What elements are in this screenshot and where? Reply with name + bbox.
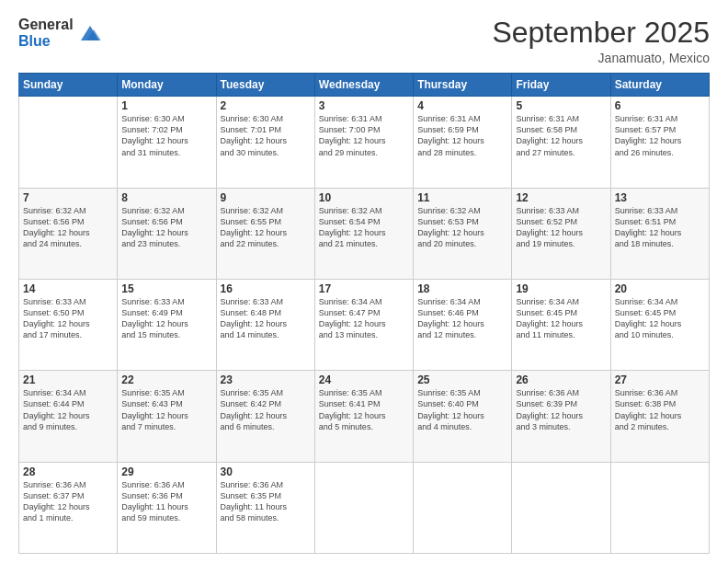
day-number: 17	[319, 282, 409, 295]
day-number: 3	[319, 99, 409, 112]
day-number: 27	[615, 373, 705, 386]
header: General Blue September 2025 Janamuato, M…	[18, 17, 710, 65]
calendar-cell: 3Sunrise: 6:31 AM Sunset: 7:00 PM Daylig…	[314, 97, 413, 188]
day-info: Sunrise: 6:33 AM Sunset: 6:50 PM Dayligh…	[23, 296, 113, 341]
calendar-cell: 18Sunrise: 6:34 AM Sunset: 6:46 PM Dayli…	[414, 279, 512, 370]
day-number: 5	[516, 99, 606, 112]
day-info: Sunrise: 6:31 AM Sunset: 6:57 PM Dayligh…	[615, 113, 705, 158]
calendar-cell: 21Sunrise: 6:34 AM Sunset: 6:44 PM Dayli…	[19, 371, 118, 462]
calendar-cell: 8Sunrise: 6:32 AM Sunset: 6:56 PM Daylig…	[118, 188, 216, 279]
calendar-week-4: 21Sunrise: 6:34 AM Sunset: 6:44 PM Dayli…	[19, 371, 710, 462]
calendar-week-2: 7Sunrise: 6:32 AM Sunset: 6:56 PM Daylig…	[19, 188, 710, 279]
day-number: 18	[417, 282, 507, 295]
day-info: Sunrise: 6:31 AM Sunset: 6:58 PM Dayligh…	[516, 113, 606, 158]
calendar-cell: 5Sunrise: 6:31 AM Sunset: 6:58 PM Daylig…	[512, 97, 610, 188]
calendar-cell: 7Sunrise: 6:32 AM Sunset: 6:56 PM Daylig…	[19, 188, 118, 279]
day-number: 9	[221, 191, 311, 204]
day-info: Sunrise: 6:36 AM Sunset: 6:38 PM Dayligh…	[615, 387, 705, 432]
day-info: Sunrise: 6:34 AM Sunset: 6:46 PM Dayligh…	[417, 296, 507, 341]
calendar-cell	[414, 462, 512, 553]
day-number: 21	[23, 373, 113, 386]
day-header-sunday: Sunday	[19, 74, 118, 97]
calendar-cell: 19Sunrise: 6:34 AM Sunset: 6:45 PM Dayli…	[512, 279, 610, 370]
calendar-cell	[512, 462, 610, 553]
day-info: Sunrise: 6:32 AM Sunset: 6:56 PM Dayligh…	[121, 205, 211, 250]
calendar-cell: 30Sunrise: 6:36 AM Sunset: 6:35 PM Dayli…	[216, 462, 314, 553]
day-info: Sunrise: 6:33 AM Sunset: 6:52 PM Dayligh…	[516, 205, 606, 250]
day-number: 8	[121, 191, 211, 204]
day-header-thursday: Thursday	[414, 74, 512, 97]
calendar-cell: 6Sunrise: 6:31 AM Sunset: 6:57 PM Daylig…	[610, 97, 709, 188]
calendar-cell: 17Sunrise: 6:34 AM Sunset: 6:47 PM Dayli…	[314, 279, 413, 370]
calendar-cell: 29Sunrise: 6:36 AM Sunset: 6:36 PM Dayli…	[118, 462, 216, 553]
day-number: 16	[221, 282, 311, 295]
calendar-cell: 24Sunrise: 6:35 AM Sunset: 6:41 PM Dayli…	[314, 371, 413, 462]
calendar-header-row: SundayMondayTuesdayWednesdayThursdayFrid…	[19, 74, 710, 97]
day-header-saturday: Saturday	[610, 74, 709, 97]
day-number: 28	[23, 465, 113, 478]
day-info: Sunrise: 6:32 AM Sunset: 6:56 PM Dayligh…	[23, 205, 113, 250]
day-info: Sunrise: 6:35 AM Sunset: 6:41 PM Dayligh…	[319, 387, 409, 432]
day-number: 26	[516, 373, 606, 386]
calendar-cell	[19, 97, 118, 188]
day-number: 11	[417, 191, 507, 204]
calendar-cell: 10Sunrise: 6:32 AM Sunset: 6:54 PM Dayli…	[314, 188, 413, 279]
day-info: Sunrise: 6:36 AM Sunset: 6:39 PM Dayligh…	[516, 387, 606, 432]
calendar-cell: 4Sunrise: 6:31 AM Sunset: 6:59 PM Daylig…	[414, 97, 512, 188]
calendar-cell: 11Sunrise: 6:32 AM Sunset: 6:53 PM Dayli…	[414, 188, 512, 279]
calendar-cell: 25Sunrise: 6:35 AM Sunset: 6:40 PM Dayli…	[414, 371, 512, 462]
day-header-friday: Friday	[512, 74, 610, 97]
calendar-cell: 14Sunrise: 6:33 AM Sunset: 6:50 PM Dayli…	[19, 279, 118, 370]
day-info: Sunrise: 6:34 AM Sunset: 6:45 PM Dayligh…	[516, 296, 606, 341]
day-header-monday: Monday	[118, 74, 216, 97]
day-info: Sunrise: 6:36 AM Sunset: 6:37 PM Dayligh…	[23, 479, 113, 524]
calendar-week-5: 28Sunrise: 6:36 AM Sunset: 6:37 PM Dayli…	[19, 462, 710, 553]
day-info: Sunrise: 6:35 AM Sunset: 6:40 PM Dayligh…	[417, 387, 507, 432]
day-info: Sunrise: 6:32 AM Sunset: 6:55 PM Dayligh…	[221, 205, 311, 250]
calendar-week-3: 14Sunrise: 6:33 AM Sunset: 6:50 PM Dayli…	[19, 279, 710, 370]
day-info: Sunrise: 6:33 AM Sunset: 6:48 PM Dayligh…	[221, 296, 311, 341]
calendar-cell: 13Sunrise: 6:33 AM Sunset: 6:51 PM Dayli…	[610, 188, 709, 279]
calendar-cell: 22Sunrise: 6:35 AM Sunset: 6:43 PM Dayli…	[118, 371, 216, 462]
day-number: 14	[23, 282, 113, 295]
calendar-cell: 1Sunrise: 6:30 AM Sunset: 7:02 PM Daylig…	[118, 97, 216, 188]
day-info: Sunrise: 6:36 AM Sunset: 6:36 PM Dayligh…	[121, 479, 211, 524]
calendar-cell	[314, 462, 413, 553]
day-number: 1	[121, 99, 211, 112]
title-section: September 2025 Janamuato, Mexico	[492, 17, 710, 65]
day-number: 4	[417, 99, 507, 112]
day-number: 19	[516, 282, 606, 295]
day-info: Sunrise: 6:34 AM Sunset: 6:47 PM Dayligh…	[319, 296, 409, 341]
calendar-cell: 15Sunrise: 6:33 AM Sunset: 6:49 PM Dayli…	[118, 279, 216, 370]
day-header-wednesday: Wednesday	[314, 74, 413, 97]
day-number: 20	[615, 282, 705, 295]
calendar-cell: 12Sunrise: 6:33 AM Sunset: 6:52 PM Dayli…	[512, 188, 610, 279]
day-info: Sunrise: 6:32 AM Sunset: 6:53 PM Dayligh…	[417, 205, 507, 250]
day-info: Sunrise: 6:30 AM Sunset: 7:02 PM Dayligh…	[121, 113, 211, 158]
calendar-cell: 23Sunrise: 6:35 AM Sunset: 6:42 PM Dayli…	[216, 371, 314, 462]
logo-blue: Blue	[18, 33, 74, 50]
day-info: Sunrise: 6:34 AM Sunset: 6:44 PM Dayligh…	[23, 387, 113, 432]
calendar-cell: 20Sunrise: 6:34 AM Sunset: 6:45 PM Dayli…	[610, 279, 709, 370]
month-title: September 2025	[492, 17, 710, 49]
day-number: 12	[516, 191, 606, 204]
location: Janamuato, Mexico	[492, 51, 710, 65]
day-number: 22	[121, 373, 211, 386]
logo: General Blue	[18, 17, 103, 49]
day-number: 15	[121, 282, 211, 295]
calendar-cell: 27Sunrise: 6:36 AM Sunset: 6:38 PM Dayli…	[610, 371, 709, 462]
day-info: Sunrise: 6:35 AM Sunset: 6:42 PM Dayligh…	[221, 387, 311, 432]
day-info: Sunrise: 6:34 AM Sunset: 6:45 PM Dayligh…	[615, 296, 705, 341]
day-number: 25	[417, 373, 507, 386]
calendar-cell: 9Sunrise: 6:32 AM Sunset: 6:55 PM Daylig…	[216, 188, 314, 279]
calendar-cell: 16Sunrise: 6:33 AM Sunset: 6:48 PM Dayli…	[216, 279, 314, 370]
day-number: 6	[615, 99, 705, 112]
day-info: Sunrise: 6:35 AM Sunset: 6:43 PM Dayligh…	[121, 387, 211, 432]
day-info: Sunrise: 6:33 AM Sunset: 6:51 PM Dayligh…	[615, 205, 705, 250]
calendar-week-1: 1Sunrise: 6:30 AM Sunset: 7:02 PM Daylig…	[19, 97, 710, 188]
day-number: 30	[221, 465, 311, 478]
day-info: Sunrise: 6:30 AM Sunset: 7:01 PM Dayligh…	[221, 113, 311, 158]
calendar-table: SundayMondayTuesdayWednesdayThursdayFrid…	[18, 73, 710, 554]
page: General Blue September 2025 Janamuato, M…	[0, 0, 728, 563]
calendar-cell	[610, 462, 709, 553]
